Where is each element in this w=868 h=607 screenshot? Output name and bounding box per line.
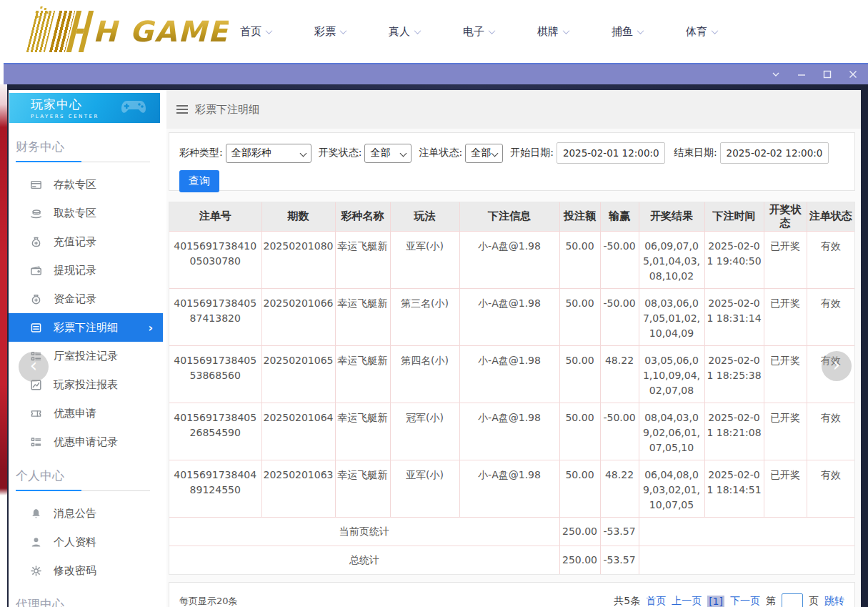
- column-header: 注单号: [169, 202, 261, 231]
- table-cell: 亚军(小): [390, 460, 459, 517]
- nav-item-5[interactable]: 棋牌: [516, 25, 590, 39]
- sidebar-item[interactable]: 优惠申请记录: [9, 428, 163, 456]
- table-cell: 有效: [807, 460, 854, 517]
- sidebar-item-label: 资金记录: [54, 292, 96, 306]
- withdrawal-record-icon: [30, 265, 42, 277]
- draw-status-select[interactable]: 全部: [364, 144, 411, 163]
- lottery-type-label: 彩种类型:: [179, 147, 223, 159]
- menu-toggle-icon[interactable]: [176, 105, 188, 114]
- chevron-down-icon: [340, 27, 347, 34]
- table-cell: 08,03,06,07,05,01,02,10,04,09: [639, 288, 704, 345]
- table-cell: 小-A盘@1.98: [459, 460, 559, 517]
- chevron-down-icon[interactable]: [771, 69, 781, 79]
- carousel-right-arrow-icon[interactable]: ›: [822, 351, 852, 381]
- summary-bet-total: 250.00: [559, 546, 600, 574]
- table-cell: 已开奖: [764, 403, 807, 460]
- jump-action-link[interactable]: 跳转: [824, 595, 844, 607]
- table-cell: 50.00: [559, 231, 600, 288]
- bell-icon: [30, 508, 42, 520]
- column-header: 期数: [261, 202, 335, 231]
- sidebar-item[interactable]: 彩票下注明细›: [9, 313, 163, 342]
- sidebar-item[interactable]: 消息公告: [9, 499, 163, 528]
- table-cell: 50.00: [559, 288, 600, 345]
- promo-record-icon: [30, 436, 42, 448]
- start-date-input[interactable]: [557, 142, 665, 164]
- sidebar-item[interactable]: 优惠申请: [9, 399, 163, 428]
- table-cell: 2025-02-01 19:40:50: [704, 231, 764, 288]
- jump-suffix: 页: [809, 595, 819, 607]
- sidebar-item[interactable]: 资金记录: [9, 285, 163, 313]
- nav-item-7[interactable]: 体育: [664, 25, 739, 39]
- table-cell: 08,04,03,09,02,06,01,07,05,10: [639, 403, 704, 460]
- funds-record-icon: [30, 293, 42, 305]
- table-row: 40156917384058741382020250201066幸运飞艇新第三名…: [169, 288, 854, 345]
- nav-item-3[interactable]: 真人: [367, 25, 442, 39]
- sidebar-item[interactable]: 取款专区: [9, 199, 163, 227]
- pagination-bar: 每页显示20条 共5条 首页 上一页 [1] 下一页 第 页 跳转: [169, 582, 855, 607]
- nav-item-2[interactable]: 彩票: [293, 25, 367, 39]
- chevron-down-icon: [637, 27, 644, 34]
- sidebar-item[interactable]: 存款专区: [9, 170, 163, 199]
- nav-item-6[interactable]: 捕鱼: [590, 25, 664, 39]
- sidebar-item[interactable]: 个人资料: [9, 528, 163, 556]
- bet-detail-table: 注单号期数彩种名称玩法下注信息投注额输赢开奖结果下注时间开奖状态注单状态 401…: [169, 202, 854, 574]
- prev-page-link[interactable]: 上一页: [672, 595, 702, 607]
- order-status-select[interactable]: 全部: [465, 144, 503, 163]
- table-cell: 20250201064: [261, 403, 335, 460]
- minimize-icon[interactable]: [797, 69, 807, 79]
- column-header: 输赢: [600, 202, 639, 231]
- order-status-label: 注单状态:: [419, 147, 462, 159]
- table-cell: 已开奖: [764, 345, 807, 403]
- close-icon[interactable]: [848, 69, 858, 79]
- gamepad-icon: [120, 97, 150, 121]
- table-cell: 20250201065: [261, 345, 335, 403]
- main-content: 彩票下注明细 彩种类型: 全部彩种 开奖状态: 全部 注单状态: 全部 开始日期…: [166, 90, 861, 607]
- chevron-down-icon: [266, 27, 273, 34]
- user-icon: [30, 536, 42, 548]
- next-page-link[interactable]: 下一页: [730, 595, 760, 607]
- table-cell: 06,09,07,05,01,04,03,08,10,02: [639, 231, 704, 288]
- first-page-link[interactable]: 首页: [646, 595, 666, 607]
- end-date-label: 结束日期:: [674, 147, 717, 159]
- table-row: 40156917384100503078020250201080幸运飞艇新亚军(…: [169, 231, 854, 288]
- column-header: 注单状态: [807, 202, 854, 231]
- carousel-left-arrow-icon[interactable]: ‹: [19, 352, 49, 382]
- column-header: 玩法: [390, 202, 459, 231]
- nav-item-4[interactable]: 电子: [442, 25, 516, 39]
- search-button[interactable]: 查询: [179, 170, 219, 192]
- nav-item-label: 棋牌: [537, 25, 559, 39]
- sidebar-item-label: 存款专区: [54, 178, 96, 192]
- lottery-bet-detail-icon: [30, 322, 42, 334]
- bet-detail-table-wrap: 注单号期数彩种名称玩法下注信息投注额输赢开奖结果下注时间开奖状态注单状态 401…: [169, 202, 855, 575]
- maximize-icon[interactable]: [822, 69, 832, 79]
- current-page-indicator: [1]: [707, 596, 724, 607]
- table-cell: 401569173840553868560: [169, 345, 261, 403]
- recharge-record-icon: [30, 236, 42, 248]
- table-cell: 2025-02-01 18:14:51: [704, 460, 764, 517]
- summary-row: 总统计250.00-53.57: [169, 546, 854, 574]
- table-cell: 03,05,06,01,10,09,04,02,07,08: [639, 345, 704, 403]
- sidebar-item[interactable]: 提现记录: [9, 256, 163, 285]
- summary-empty: [639, 517, 854, 546]
- lottery-type-select[interactable]: 全部彩种: [226, 144, 311, 163]
- table-cell: 有效: [807, 231, 854, 288]
- sidebar-item-label: 个人资料: [54, 536, 96, 549]
- section-underline: [16, 490, 150, 491]
- sidebar-item-label: 修改密码: [54, 564, 96, 578]
- sidebar-header[interactable]: 玩家中心 PLAYERS CENTER: [9, 93, 160, 123]
- table-cell: 2025-02-01 18:31:14: [704, 288, 764, 345]
- chevron-down-icon: [489, 27, 496, 34]
- end-date-input[interactable]: [720, 142, 829, 164]
- sidebar: 玩家中心 PLAYERS CENTER 财务中心存款专区取款专区充值记录提现记录…: [9, 90, 163, 607]
- table-cell: 50.00: [559, 403, 600, 460]
- sidebar-item-label: 消息公告: [54, 507, 96, 520]
- table-cell: 2025-02-01 18:25:38: [704, 345, 764, 403]
- nav-item-1[interactable]: 首页: [219, 25, 293, 39]
- logo[interactable]: H GAME: [10, 6, 229, 57]
- table-cell: 20250201066: [261, 288, 335, 345]
- chevron-down-icon: [563, 27, 570, 34]
- table-cell: 06,04,08,09,03,02,01,10,07,05: [639, 460, 704, 517]
- jump-page-input[interactable]: [782, 593, 803, 607]
- sidebar-item[interactable]: 修改密码: [9, 556, 163, 585]
- sidebar-item[interactable]: 充值记录: [9, 227, 163, 256]
